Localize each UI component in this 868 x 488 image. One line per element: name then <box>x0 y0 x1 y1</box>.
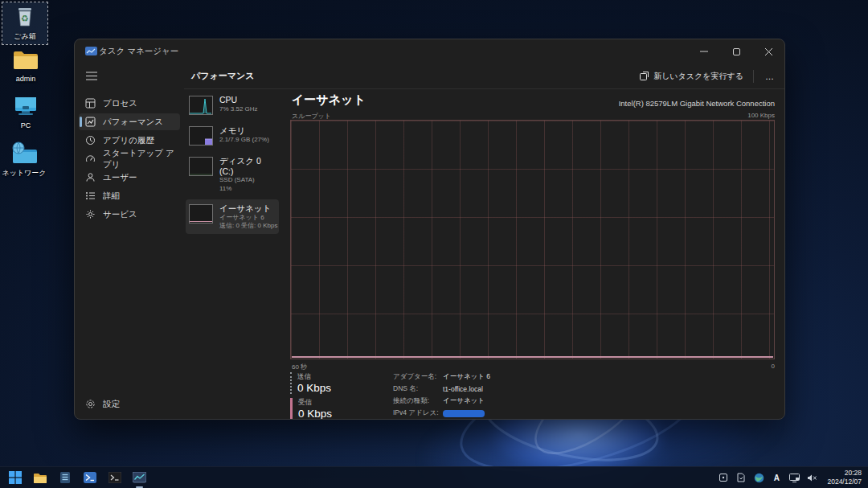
document-icon <box>59 471 71 484</box>
throughput-chart <box>290 120 775 359</box>
sidebar-item-label: ユーザー <box>103 172 137 183</box>
receive-label: 受信 <box>298 398 332 408</box>
sidebar-item-processes[interactable]: プロセス <box>79 95 180 112</box>
powershell-button[interactable] <box>81 470 98 486</box>
desktop-icon-label: admin <box>3 75 48 83</box>
monitor-icon <box>789 474 800 482</box>
perf-card-memory[interactable]: メモリ 2.1/7.9 GB (27%) <box>186 121 279 150</box>
file-explorer-icon <box>33 472 47 484</box>
perf-card-sub: SSD (SATA) <box>219 176 276 184</box>
run-new-task-icon <box>640 72 649 80</box>
app-history-icon <box>85 135 96 146</box>
desktop-icon-label: ごみ箱 <box>2 31 47 42</box>
receive-value: 0 Kbps <box>298 408 332 420</box>
detail-row-adapter: アダプター名: イーサネット 6 <box>393 372 534 382</box>
folder-icon <box>11 48 40 71</box>
run-new-task-label: 新しいタスクを実行する <box>653 71 743 82</box>
y-axis-min: 0 <box>772 363 775 371</box>
sidebar: プロセス パフォーマンス アプリの履歴 スタートアップ アプリ ユーザー 詳細 <box>75 64 184 419</box>
show-hidden-icons-button[interactable] <box>718 472 729 483</box>
detail-row-dns: DNS 名: t1-office.local <box>393 384 534 394</box>
sidebar-item-settings[interactable]: 設定 <box>79 396 180 412</box>
ethernet-traffic-line <box>292 356 773 358</box>
start-button[interactable] <box>6 470 23 486</box>
desktop-icon-recycle-bin[interactable]: ♻ ごみ箱 <box>2 2 47 44</box>
sidebar-item-label: スタートアップ アプリ <box>103 148 180 170</box>
perf-card-ethernet[interactable]: イーサネット イーサネット 6 送信: 0 受信: 0 Kbps <box>186 199 279 234</box>
taskbar: A 20:28 2024/12/07 <box>0 466 868 488</box>
sidebar-item-startup-apps[interactable]: スタートアップ アプリ <box>79 150 180 167</box>
send-value: 0 Kbps <box>297 382 332 394</box>
tray-update-button[interactable] <box>735 472 747 483</box>
sidebar-item-app-history[interactable]: アプリの履歴 <box>79 132 180 149</box>
legend: 送信 0 Kbps 受信 0 Kbps <box>290 372 332 420</box>
page-title: パフォーマンス <box>191 70 255 82</box>
task-manager-taskbar-button[interactable] <box>131 470 148 486</box>
disk-mini-chart <box>189 157 213 176</box>
adapter-name: Intel(R) 82579LM Gigabit Network Connect… <box>619 99 775 108</box>
globe-icon <box>754 473 764 483</box>
speaker-muted-icon <box>807 474 817 482</box>
windows-logo-icon <box>9 471 22 484</box>
close-button[interactable] <box>752 39 784 64</box>
run-new-task-button[interactable]: 新しいタスクを実行する <box>632 68 751 85</box>
detail-label: IPv4 アドレス: <box>393 408 443 418</box>
perf-card-sub: 2.1/7.9 GB (27%) <box>219 136 269 144</box>
ethernet-panel: イーサネット Intel(R) 82579LM Gigabit Network … <box>290 89 775 419</box>
sidebar-item-users[interactable]: ユーザー <box>79 169 180 186</box>
desktop-icon-pc[interactable]: PC <box>3 95 48 129</box>
legend-send: 送信 0 Kbps <box>290 372 332 394</box>
gear-icon <box>85 399 96 409</box>
sidebar-item-label: プロセス <box>103 98 137 109</box>
terminal-button[interactable] <box>106 470 123 486</box>
perf-card-disk[interactable]: ディスク 0 (C:) SSD (SATA) 11% <box>186 152 279 197</box>
perf-card-sub: 7% 3.52 GHz <box>219 105 258 113</box>
task-manager-window: タスク マネージャー プロセス パフォー <box>74 39 785 420</box>
desktop-icon-label: ネットワーク <box>2 168 47 178</box>
ethernet-mini-chart <box>189 204 213 223</box>
users-icon <box>85 172 96 182</box>
ime-mode-indicator[interactable]: A <box>771 472 782 483</box>
desktop-icon-label: PC <box>3 121 48 129</box>
window-titlebar[interactable]: タスク マネージャー <box>75 39 784 64</box>
network-folder-icon <box>10 141 39 164</box>
hidden-icons-icon <box>719 474 727 482</box>
ime-mode-label: A <box>774 474 780 482</box>
sidebar-item-label: 詳細 <box>103 191 120 202</box>
startup-apps-icon <box>85 154 96 164</box>
send-label: 送信 <box>297 372 332 382</box>
content-topbar: パフォーマンス 新しいタスクを実行する … <box>184 64 784 89</box>
pc-icon <box>11 95 40 117</box>
file-explorer-button[interactable] <box>31 470 48 486</box>
memory-mini-chart <box>189 126 213 146</box>
task-manager-app-icon <box>85 47 97 56</box>
volume-muted-button[interactable] <box>806 472 817 483</box>
sidebar-item-performance[interactable]: パフォーマンス <box>79 113 180 130</box>
sidebar-item-label: アプリの履歴 <box>103 135 154 146</box>
services-icon <box>85 209 96 219</box>
more-options-button[interactable]: … <box>755 72 784 81</box>
sidebar-item-details[interactable]: 詳細 <box>79 187 180 204</box>
details-icon <box>85 191 96 201</box>
panel-title: イーサネット <box>292 92 366 108</box>
close-icon <box>765 48 772 55</box>
taskbar-clock[interactable]: 20:28 2024/12/07 <box>827 469 862 486</box>
sidebar-item-services[interactable]: サービス <box>79 206 180 223</box>
ipv4-address-redacted <box>443 410 485 417</box>
hamburger-menu-icon[interactable] <box>86 72 97 80</box>
settings-label: 設定 <box>103 399 120 410</box>
desktop-icon-admin[interactable]: admin <box>3 48 48 83</box>
maximize-button[interactable] <box>720 39 752 64</box>
perf-card-title: イーサネット <box>219 203 277 214</box>
update-page-icon <box>737 473 745 482</box>
tray-network-globe-button[interactable] <box>753 472 764 483</box>
perf-card-cpu[interactable]: CPU 7% 3.52 GHz <box>186 91 279 119</box>
desktop-icon-network[interactable]: ネットワーク <box>2 141 47 178</box>
tray-display-button[interactable] <box>788 472 800 483</box>
clock-date: 2024/12/07 <box>827 478 862 486</box>
window-title: タスク マネージャー <box>99 46 178 57</box>
clock-time: 20:28 <box>827 469 862 478</box>
detail-value: t1-office.local <box>443 385 483 393</box>
minimize-button[interactable] <box>688 39 720 64</box>
document-app-button[interactable] <box>56 470 73 486</box>
